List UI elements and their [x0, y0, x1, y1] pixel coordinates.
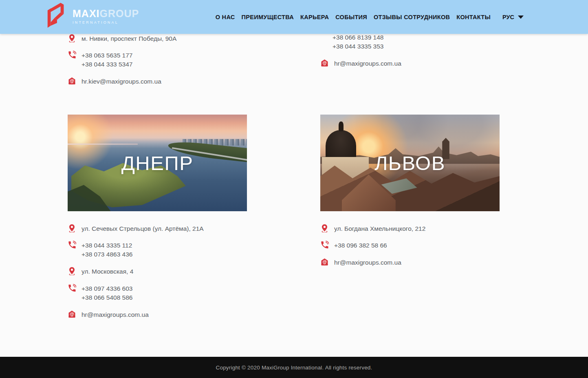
- nav-item-advantages[interactable]: ПРЕИМУЩЕСТВА: [242, 14, 294, 20]
- dnepr-address1-row: ул. Сечевых Стрельцов (ул. Артёма), 21А: [68, 224, 204, 233]
- language-selector[interactable]: РУС: [502, 14, 524, 20]
- email-link[interactable]: hr@maxigroups.com.ua: [334, 258, 401, 267]
- nav-item-events[interactable]: СОБЫТИЯ: [335, 14, 367, 20]
- site-header: MAXIGROUP INTERNATIONAL О НАС ПРЕИМУЩЕСТ…: [0, 0, 588, 34]
- phone-icon: [68, 241, 76, 249]
- location-pin-icon: [320, 224, 329, 232]
- nav-item-about[interactable]: О НАС: [216, 14, 235, 20]
- lviv-address-row: ул. Богдана Хмельницкого, 212: [320, 224, 425, 233]
- address-text: ул. Московская, 4: [81, 267, 133, 276]
- phone-number[interactable]: +38 044 3335 112: [81, 241, 132, 250]
- kyiv-right-phones-row: +38 066 8139 148 +38 044 3335 353: [319, 33, 383, 51]
- phone-number[interactable]: +38 044 333 5347: [81, 60, 132, 69]
- dnepr-phones1-row: +38 044 3335 112 +38 073 4863 436: [68, 241, 132, 259]
- logo-word-maxi: MAXI: [73, 8, 100, 19]
- phone-number[interactable]: +38 097 4336 603: [81, 284, 132, 293]
- lviv-phone-row: +38 096 382 58 66: [320, 241, 387, 250]
- phone-icon: [320, 241, 329, 249]
- language-label: РУС: [502, 14, 514, 20]
- nav-item-career[interactable]: КАРЬЕРА: [300, 14, 329, 20]
- phone-number[interactable]: +38 066 8139 148: [333, 33, 383, 42]
- logo-word-international: INTERNATIONAL: [73, 21, 139, 24]
- logo-text: MAXIGROUP INTERNATIONAL: [73, 9, 139, 24]
- email-icon: [320, 258, 329, 266]
- kyiv-email-row: hr.kiev@maxigroups.com.ua: [68, 77, 161, 86]
- nav-item-reviews[interactable]: ОТЗЫВЫ СОТРУДНИКОВ: [374, 14, 450, 20]
- phone-number[interactable]: +38 063 5635 177: [81, 51, 132, 60]
- phone-number[interactable]: +38 073 4863 436: [81, 250, 132, 259]
- lviv-city-card: ЛЬВОВ: [320, 115, 500, 211]
- copyright-text: Copyright © 2020 MaxiGroup International…: [216, 365, 372, 371]
- phone-icon: [68, 51, 76, 59]
- kyiv-address-row: м. Нивки, проспект Победы, 90А: [68, 34, 176, 43]
- location-pin-icon: [68, 267, 76, 275]
- main-nav: О НАС ПРЕИМУЩЕСТВА КАРЬЕРА СОБЫТИЯ ОТЗЫВ…: [216, 0, 524, 34]
- nav-item-contacts[interactable]: КОНТАКТЫ: [456, 14, 491, 20]
- email-link[interactable]: hr@maxigroups.com.ua: [334, 59, 401, 68]
- kyiv-phones-row: +38 063 5635 177 +38 044 333 5347: [68, 51, 132, 69]
- dnepr-phones2-row: +38 097 4336 603 +38 066 5408 586: [68, 284, 132, 302]
- email-link[interactable]: hr@maxigroups.com.ua: [81, 310, 149, 319]
- email-icon: [68, 77, 76, 85]
- kyiv-right-email-row: hr@maxigroups.com.ua: [320, 59, 401, 68]
- dnepr-address2-row: ул. Московская, 4: [68, 267, 133, 276]
- email-icon: [320, 59, 329, 67]
- site-footer: Copyright © 2020 MaxiGroup International…: [0, 357, 588, 378]
- phone-icon: [68, 284, 76, 292]
- city-title-dnepr: ДНЕПР: [68, 115, 247, 211]
- address-text: ул. Сечевых Стрельцов (ул. Артёма), 21А: [81, 224, 204, 233]
- maxigroup-logo-icon: [45, 2, 68, 29]
- lviv-email-row: hr@maxigroups.com.ua: [320, 258, 401, 267]
- phone-number[interactable]: +38 096 382 58 66: [334, 241, 387, 250]
- address-text: м. Нивки, проспект Победы, 90А: [81, 34, 176, 43]
- logo[interactable]: MAXIGROUP INTERNATIONAL: [45, 2, 139, 29]
- email-link[interactable]: hr.kiev@maxigroups.com.ua: [81, 77, 161, 86]
- email-icon: [68, 310, 76, 318]
- phone-number[interactable]: +38 044 3335 353: [333, 42, 383, 51]
- phone-number[interactable]: +38 066 5408 586: [81, 293, 132, 302]
- city-title-lviv: ЛЬВОВ: [320, 115, 500, 211]
- location-pin-icon: [68, 34, 76, 42]
- chevron-down-icon: [518, 15, 524, 19]
- dnepr-email-row: hr@maxigroups.com.ua: [68, 310, 149, 319]
- dnepr-city-card: ДНЕПР: [68, 115, 247, 211]
- logo-word-group: GROUP: [100, 8, 139, 19]
- location-pin-icon: [68, 224, 76, 232]
- page: MAXIGROUP INTERNATIONAL О НАС ПРЕИМУЩЕСТ…: [0, 0, 588, 378]
- address-text: ул. Богдана Хмельницкого, 212: [334, 224, 425, 233]
